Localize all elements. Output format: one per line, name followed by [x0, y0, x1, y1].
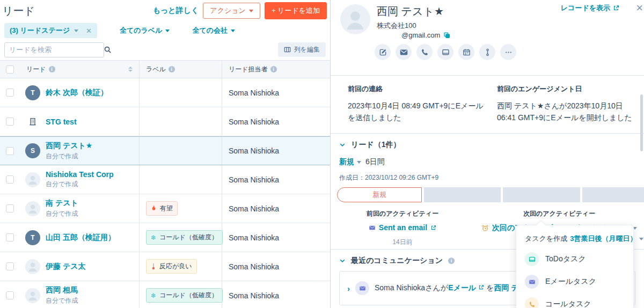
email-link[interactable]: Eメール	[448, 283, 476, 292]
lead-section-title: リード（1件）	[351, 140, 400, 150]
label-badge-hot: 有望	[146, 201, 178, 216]
page-title: リード	[2, 4, 35, 18]
labels-filter[interactable]: 全てのラベル	[120, 26, 170, 35]
last-activity-link[interactable]: Sent an email	[369, 223, 436, 232]
table-row[interactable]: STG test Soma Nishioka	[0, 107, 330, 136]
email-icon[interactable]	[396, 44, 412, 60]
menu-item-call-task[interactable]: コールタスク	[516, 293, 633, 308]
row-checkbox[interactable]	[6, 89, 14, 97]
workflow-icon[interactable]	[479, 44, 495, 60]
pipeline-stage[interactable]	[424, 187, 501, 202]
leads-list-panel: リード もっと詳しく アクション + リードを追加 (3) リードステージ ✕ …	[0, 0, 330, 308]
edit-columns-button[interactable]: 列を編集	[278, 42, 326, 57]
chevron-down-icon	[165, 30, 170, 32]
copy-icon[interactable]	[443, 32, 450, 39]
note-edit-icon[interactable]	[375, 44, 391, 60]
filter-bar: (3) リードステージ ✕ 全てのラベル 全ての会社	[0, 20, 330, 41]
lead-stage-filter-chip[interactable]: (3) リードステージ ✕	[4, 23, 97, 38]
select-all-checkbox[interactable]	[6, 65, 14, 74]
lead-stage-filter-label: (3) リードステージ	[10, 26, 70, 35]
snowflake-icon: ❄	[151, 292, 156, 299]
create-task-header: タスクを作成 3営業日後（月曜日）	[516, 225, 633, 248]
company-filter[interactable]: 全ての会社	[192, 26, 235, 35]
todo-task-icon	[525, 252, 539, 266]
collapse-chevron-icon[interactable]	[339, 142, 346, 148]
learn-more-link[interactable]: もっと詳しく	[153, 6, 199, 16]
table-row-selected[interactable]: S 西岡 テスト★ 自分で作成 Soma Nishioka	[0, 136, 330, 165]
collapse-chevron-icon[interactable]	[339, 258, 346, 264]
menu-item-email-task[interactable]: Eメールタスク	[516, 270, 633, 293]
lead-name-link[interactable]: 鈴木 次郎（検証）	[46, 88, 108, 98]
person-avatar-icon	[25, 201, 40, 216]
preview-header: 西岡 テスト★ 株式会社100 @gmail.com	[331, 0, 644, 76]
menu-item-label: ToDoタスク	[545, 254, 586, 264]
table-row[interactable]: T 鈴木 次郎（検証） Soma Nishioka	[0, 78, 330, 107]
email-text: @gmail.com	[401, 31, 440, 39]
row-checkbox[interactable]	[6, 147, 14, 155]
row-checkbox[interactable]	[6, 204, 14, 212]
avatar: T	[25, 85, 40, 100]
call-icon[interactable]	[416, 44, 433, 60]
stage-selector[interactable]: 新規	[339, 157, 361, 167]
search-box[interactable]	[4, 42, 104, 57]
pipeline-stage-current[interactable]: 新規	[337, 187, 422, 202]
row-checkbox[interactable]	[6, 262, 14, 270]
chevron-down-icon	[639, 238, 643, 240]
row-checkbox[interactable]	[6, 175, 14, 184]
table-row[interactable]: Nishioka Test Corp 自分で作成 Soma Nishioka	[0, 165, 330, 194]
scrollbar-thumb[interactable]	[640, 94, 643, 151]
lead-name-link[interactable]: 山田 五郎（検証用）	[46, 233, 115, 243]
lead-name-link[interactable]: 伊藤 テス太	[46, 262, 86, 272]
lead-name-link[interactable]: 西岡 テスト★	[46, 141, 92, 151]
person-avatar-icon	[25, 172, 40, 187]
table-row[interactable]: 西岡 相馬 自分で作成 ❄ コールド（低確度） Soma Nishioka	[0, 281, 330, 308]
info-icon: i	[448, 258, 455, 264]
external-link-icon	[613, 5, 619, 11]
page-header: リード もっと詳しく アクション + リードを追加	[0, 0, 330, 20]
view-record-link[interactable]: レコードを表示	[561, 3, 619, 13]
pipeline-stage[interactable]	[582, 187, 644, 202]
search-input[interactable]	[9, 46, 104, 54]
row-checkbox[interactable]	[6, 233, 14, 241]
communications-title: 最近のコミュニケーション	[351, 256, 443, 266]
more-options-icon[interactable]	[500, 44, 516, 60]
chevron-down-icon	[74, 30, 78, 32]
actions-button[interactable]: アクション	[203, 3, 260, 19]
lead-owner: Soma Nishioka	[222, 252, 330, 281]
menu-item-todo-task[interactable]: ToDoタスク	[516, 248, 633, 270]
lead-name-link[interactable]: STG test	[46, 118, 77, 126]
close-icon[interactable]: ×	[636, 2, 643, 14]
row-checkbox[interactable]	[6, 118, 14, 126]
menu-item-label: Eメールタスク	[545, 277, 596, 287]
expand-chevron-icon[interactable]: ›	[347, 284, 350, 293]
table-row[interactable]: T 山田 五郎（検証用） ❄ コールド（低確度） Soma Nishioka	[0, 223, 330, 252]
actions-button-label: アクション	[210, 6, 246, 16]
row-checkbox[interactable]	[6, 291, 14, 299]
table-row[interactable]: 伊藤 テス太 反応が良い Soma Nishioka	[0, 252, 330, 281]
last-contact-value: 2023年10月4日 08:49 GMT+9にEメールを送信しました	[348, 100, 484, 123]
chevron-down-icon	[633, 227, 637, 230]
add-lead-button[interactable]: + リードを追加	[265, 2, 327, 19]
snowflake-icon: ❄	[151, 234, 156, 241]
column-header-label[interactable]: ラベル i	[139, 61, 222, 78]
last-activity-text: Sent an email	[379, 223, 427, 232]
task-icon[interactable]	[437, 44, 453, 60]
flame-icon	[151, 205, 157, 212]
avatar: T	[25, 230, 40, 245]
lead-name-link[interactable]: Nishioka Test Corp	[46, 170, 114, 179]
lead-name-link[interactable]: 西岡 相馬	[46, 285, 78, 295]
lead-name-link[interactable]: 南 テスト	[46, 199, 78, 208]
column-header-owner[interactable]: リード担当者 i	[222, 61, 330, 78]
table-row[interactable]: 南 テスト 自分で作成 有望 Soma Nishioka	[0, 194, 330, 223]
schedule-dropdown: タスクを作成 3営業日後（月曜日） ToDoタスク Eメールタスク	[516, 225, 633, 308]
meeting-calendar-icon[interactable]	[458, 44, 474, 60]
due-date-selector[interactable]: 3営業日後（月曜日）	[570, 234, 636, 244]
clear-filter-icon[interactable]: ✕	[83, 27, 92, 35]
sort-icon[interactable]	[128, 67, 133, 72]
pipeline-stage[interactable]	[503, 187, 580, 202]
label-badge-text: コールド（低確度）	[159, 291, 218, 300]
thermometer-icon	[151, 263, 156, 270]
column-header-lead[interactable]: リード i	[20, 61, 139, 78]
stage-duration: 6日間	[365, 157, 385, 167]
chevron-down-icon	[357, 161, 361, 164]
